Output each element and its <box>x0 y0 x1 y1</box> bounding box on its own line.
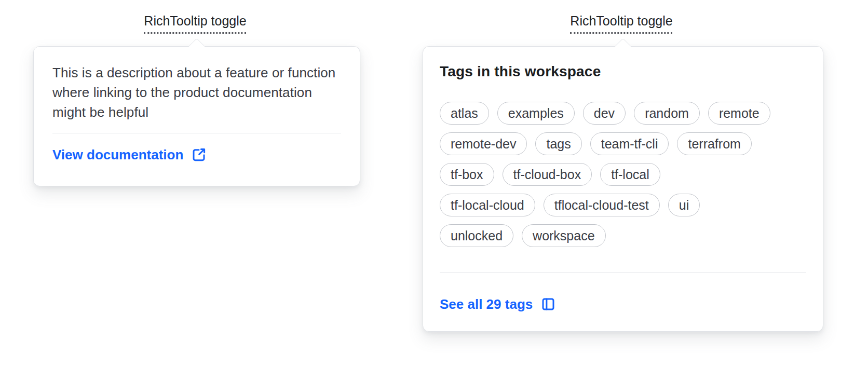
tag-pill: remote <box>708 102 770 125</box>
tag-pill: ui <box>668 194 700 216</box>
tag-pill: tf-cloud-box <box>503 163 592 186</box>
sidebar-icon <box>540 296 556 312</box>
see-all-tags-label: See all 29 tags <box>440 296 533 312</box>
tag-pill: tflocal-cloud-test <box>544 194 660 216</box>
tag-pill: workspace <box>522 224 606 247</box>
tag-pill: atlas <box>440 102 489 125</box>
view-documentation-label: View documentation <box>52 146 183 163</box>
tag-pill: tags <box>535 132 581 155</box>
richtooltip-toggle-left[interactable]: RichTooltip toggle <box>144 12 246 34</box>
tag-row: remote-devtagsteam-tf-cliterrafrom <box>440 132 806 155</box>
tag-row: atlasexamplesdevrandomremote <box>440 102 806 125</box>
tags-heading: Tags in this workspace <box>440 62 806 81</box>
tag-list: atlasexamplesdevrandomremoteremote-devta… <box>440 102 806 247</box>
see-all-tags-link[interactable]: See all 29 tags <box>440 296 556 312</box>
tooltip-caret <box>188 38 206 55</box>
divider <box>440 273 806 273</box>
richtooltip-toggle-right[interactable]: RichTooltip toggle <box>570 12 672 34</box>
tooltip-card-tags: Tags in this workspace atlasexamplesdevr… <box>423 46 823 332</box>
tooltip-description: This is a description about a feature or… <box>52 63 341 122</box>
tag-pill: team-tf-cli <box>590 132 669 155</box>
tag-pill: dev <box>583 102 626 125</box>
external-link-icon <box>191 147 207 162</box>
view-documentation-link[interactable]: View documentation <box>52 146 207 163</box>
tag-row: unlockedworkspace <box>440 224 806 247</box>
tag-pill: remote-dev <box>440 132 527 155</box>
tag-pill: unlocked <box>440 224 513 247</box>
tag-row: tf-boxtf-cloud-boxtf-local <box>440 163 806 186</box>
tag-row: tf-local-cloudtflocal-cloud-testui <box>440 194 806 216</box>
tooltip-card-documentation: This is a description about a feature or… <box>33 46 360 186</box>
tag-pill: random <box>634 102 700 125</box>
divider <box>52 133 341 133</box>
tooltip-caret <box>615 38 632 55</box>
tag-pill: tf-local-cloud <box>440 194 535 216</box>
tag-pill: examples <box>497 102 575 125</box>
tag-pill: terrafrom <box>677 132 751 155</box>
tag-pill: tf-box <box>440 163 494 186</box>
tag-pill: tf-local <box>600 163 660 186</box>
